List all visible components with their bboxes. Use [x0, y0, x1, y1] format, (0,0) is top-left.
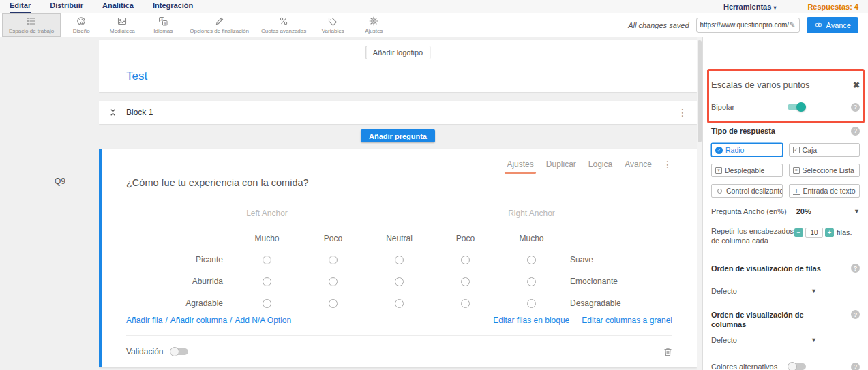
- row-left-label[interactable]: Aburrida: [126, 277, 234, 286]
- radio-option[interactable]: [527, 277, 536, 286]
- minus-button[interactable]: −: [794, 228, 803, 237]
- column-order-select[interactable]: Defecto ▼: [711, 335, 817, 345]
- radio-option[interactable]: [395, 277, 404, 286]
- anchor-labels-row: Left Anchor Right Anchor: [126, 198, 672, 228]
- toolbar-item-variables[interactable]: Variables: [312, 13, 353, 37]
- type-option-label: Control deslizante: [726, 187, 783, 195]
- chevron-down-icon: ▼: [811, 337, 817, 343]
- help-icon[interactable]: ?: [851, 264, 860, 273]
- radio-option[interactable]: [461, 299, 470, 308]
- rows-stepper: − +: [794, 228, 834, 238]
- repeat-rows-input[interactable]: [805, 228, 823, 238]
- tab-logica[interactable]: Lógica: [588, 159, 612, 169]
- delete-question-icon[interactable]: [663, 347, 672, 356]
- radio-option[interactable]: [527, 256, 536, 264]
- row-right-label[interactable]: Desagradable: [565, 298, 672, 308]
- help-icon[interactable]: ?: [851, 127, 860, 136]
- alt-colors-row: Colores alternativos ?: [711, 361, 860, 370]
- herramientas-menu[interactable]: Herramientas ▾: [723, 3, 776, 11]
- tab-duplicar[interactable]: Duplicar: [546, 159, 576, 169]
- survey-url-input[interactable]: [700, 21, 790, 29]
- toolbar-item-settings[interactable]: Ajustes: [353, 13, 394, 37]
- row-right-label[interactable]: Suave: [565, 255, 672, 264]
- radio-option[interactable]: [329, 256, 338, 264]
- toolbar-item-workspace[interactable]: Espacio de trabajo: [2, 13, 61, 37]
- repeat-headers-label: Repetir los encabezados de columna cada: [711, 226, 794, 245]
- toolbar-item-media-library[interactable]: Mediateca: [102, 13, 143, 37]
- plus-button[interactable]: +: [825, 228, 834, 237]
- radio-option[interactable]: [461, 256, 470, 264]
- row-left-label[interactable]: Picante: [126, 255, 234, 264]
- scrollbar-thumb[interactable]: [698, 40, 702, 142]
- help-icon[interactable]: ?: [851, 103, 860, 112]
- add-question-button[interactable]: Añadir pregunta: [361, 129, 435, 142]
- chevron-down-icon: ▼: [811, 288, 817, 294]
- link-separator: /: [165, 315, 167, 325]
- panel-header: Escalas de varios puntos ✖: [711, 80, 860, 90]
- nav-tab-analitica[interactable]: Analitica: [102, 0, 134, 13]
- chevron-down-icon[interactable]: ▼: [854, 208, 860, 215]
- nav-tab-editar[interactable]: Editar: [10, 0, 31, 13]
- edit-rows-bulk-link[interactable]: Editar filas en bloque: [493, 315, 569, 325]
- canvas-scrollbar[interactable]: [697, 37, 702, 370]
- link-separator: /: [230, 315, 232, 325]
- row-right-label[interactable]: Emocionante: [565, 277, 672, 286]
- question-width-value[interactable]: 20%: [796, 207, 811, 215]
- responses-count[interactable]: Respuestas: 4: [807, 3, 858, 11]
- survey-header-card: Añadir logotipo Test: [99, 40, 697, 92]
- type-option-radio[interactable]: ✓ Radio: [711, 143, 783, 157]
- type-option-dropdown[interactable]: ▾ Desplegable: [711, 164, 783, 177]
- toggle-knob: [788, 362, 797, 370]
- response-type-label: Tipo de respuesta: [711, 127, 775, 135]
- help-icon[interactable]: ?: [851, 310, 860, 319]
- radio-option[interactable]: [461, 277, 470, 286]
- row-order-select[interactable]: Defecto ▼: [711, 286, 817, 296]
- nav-tab-integracion[interactable]: Integración: [153, 0, 193, 13]
- scale-header: Poco: [300, 234, 366, 243]
- add-column-link[interactable]: Añadir columna: [170, 315, 227, 325]
- left-anchor-label: Left Anchor: [234, 209, 300, 218]
- bipolar-toggle[interactable]: [788, 104, 806, 110]
- add-row-link[interactable]: Añadir fila: [126, 315, 162, 325]
- radio-option[interactable]: [263, 277, 271, 286]
- block-menu-icon[interactable]: ⋮: [678, 107, 687, 118]
- toolbar-item-languages[interactable]: Aa Idiomas: [143, 13, 183, 37]
- preview-button[interactable]: Avance: [807, 17, 859, 33]
- tab-ajustes[interactable]: Ajustes: [507, 159, 533, 169]
- matrix-row: Picante Suave: [126, 249, 672, 271]
- type-option-checkbox[interactable]: ✓ Caja: [789, 143, 860, 157]
- radio-option[interactable]: [527, 299, 536, 308]
- radio-option[interactable]: [395, 256, 404, 264]
- alt-colors-toggle[interactable]: [788, 363, 806, 370]
- alt-colors-label: Colores alternativos: [711, 363, 788, 370]
- rows-suffix-label: filas.: [837, 228, 852, 237]
- edit-url-icon[interactable]: ✎: [789, 20, 795, 29]
- add-na-option-link[interactable]: Add N/A Option: [235, 315, 291, 325]
- toolbar-item-advanced-quotas[interactable]: Cuotas avanzadas: [255, 13, 312, 37]
- question-text[interactable]: ¿Cómo fue tu experiencia con la comida?: [126, 177, 672, 189]
- translate-icon: Aa: [158, 16, 168, 27]
- help-icon[interactable]: ?: [851, 363, 860, 370]
- close-icon[interactable]: ✖: [853, 80, 860, 90]
- nav-tab-distribuir[interactable]: Distribuir: [50, 0, 83, 13]
- toolbar-item-finish-options[interactable]: Opciones de finalización: [183, 13, 255, 37]
- radio-option[interactable]: [395, 299, 404, 308]
- toolbar-item-design[interactable]: Diseño: [61, 13, 102, 37]
- type-option-select-list[interactable]: ≡ Seleccione Lista: [789, 164, 860, 177]
- question-menu-icon[interactable]: ⋮: [663, 159, 672, 170]
- survey-title[interactable]: Test: [126, 70, 147, 83]
- radio-option[interactable]: [329, 277, 338, 286]
- row-left-label[interactable]: Agradable: [126, 298, 234, 308]
- radio-option[interactable]: [263, 256, 271, 264]
- tab-avance[interactable]: Avance: [625, 159, 652, 169]
- type-option-text-input[interactable]: T Entrada de texto: [789, 184, 860, 198]
- edit-columns-bulk-link[interactable]: Editar columnas a granel: [582, 315, 672, 325]
- validation-toggle[interactable]: [170, 348, 188, 355]
- column-order-section: Orden de visualización de columnas ?: [711, 310, 860, 329]
- radio-option[interactable]: [329, 299, 338, 308]
- collapse-block-icon[interactable]: [108, 108, 117, 117]
- radio-option[interactable]: [263, 299, 271, 308]
- add-logo-button[interactable]: Añadir logotipo: [365, 46, 430, 59]
- block-title[interactable]: Block 1: [126, 108, 153, 117]
- type-option-slider[interactable]: Control deslizante: [711, 184, 783, 198]
